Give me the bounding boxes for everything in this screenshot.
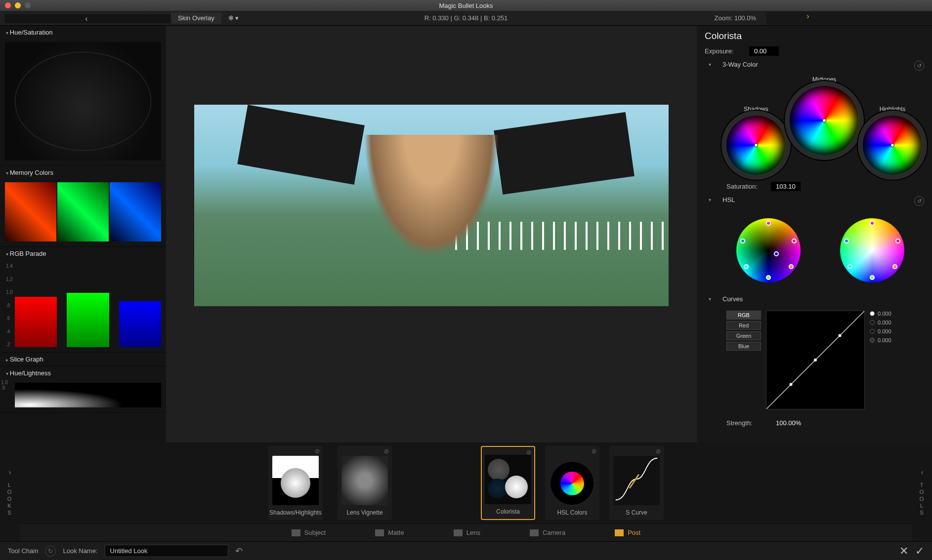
scope-memory-colors-header[interactable]: Memory Colors bbox=[0, 166, 166, 179]
close-icon[interactable] bbox=[5, 2, 11, 8]
remove-tool-icon[interactable]: ⊘ bbox=[592, 448, 596, 455]
tool-s-curve[interactable]: ⊘ S Curve bbox=[609, 446, 664, 520]
tool-chain-refresh-button[interactable]: ↻ bbox=[45, 546, 56, 557]
scope-slice-graph-header[interactable]: Slice Graph bbox=[0, 353, 166, 366]
saturation-label: Saturation: bbox=[726, 183, 771, 190]
remove-tool-icon[interactable]: ⊘ bbox=[384, 448, 389, 455]
shadows-highlights-icon bbox=[272, 456, 319, 505]
hsl-colors-icon bbox=[551, 462, 594, 505]
midtones-wheel[interactable] bbox=[790, 86, 859, 155]
subject-icon bbox=[292, 529, 300, 536]
tool-hsl-colors[interactable]: ⊘ HSL Colors bbox=[545, 446, 599, 520]
stage-tabs: Subject Matte Lens Camera Post bbox=[20, 523, 912, 541]
tool-lens-vignette[interactable]: ⊘ Lens Vignette bbox=[338, 446, 392, 520]
tools-drawer-button[interactable]: ‹ TOOLS bbox=[912, 442, 932, 541]
gear-icon[interactable]: ✻ ▾ bbox=[228, 14, 239, 22]
curve-rgb-button[interactable]: RGB bbox=[726, 311, 761, 320]
hsl-label: HSL bbox=[722, 196, 932, 203]
matte-icon bbox=[375, 529, 384, 536]
undo-button[interactable]: ↶ bbox=[235, 546, 243, 557]
saturation-value[interactable]: 103.10 bbox=[771, 182, 801, 191]
post-icon bbox=[615, 529, 624, 536]
control-title: Colorista bbox=[697, 26, 932, 44]
controls-collapse-icon[interactable]: › bbox=[766, 12, 927, 25]
curves-disclosure-icon[interactable]: ▾ bbox=[709, 296, 711, 302]
shadows-wheel-label: Shadows bbox=[726, 106, 786, 113]
midtones-wheel-label: Midtones bbox=[790, 76, 859, 83]
controls-panel: Colorista Exposure: 0.00 ▾ 3-Way Color ↺… bbox=[697, 26, 932, 442]
lens-icon bbox=[454, 529, 463, 536]
hsl-disclosure-icon[interactable]: ▾ bbox=[709, 197, 711, 202]
tool-colorista[interactable]: ⊘ Colorista bbox=[481, 446, 535, 520]
scopes-collapse-icon[interactable]: ‹ bbox=[5, 14, 171, 23]
window-traffic-lights bbox=[5, 2, 31, 8]
exposure-value[interactable]: 0.00 bbox=[749, 46, 779, 56]
tool-chain-label[interactable]: Tool Chain bbox=[8, 547, 38, 555]
svg-point-3 bbox=[839, 334, 842, 337]
memory-colors-display bbox=[5, 182, 161, 241]
s-curve-icon bbox=[613, 456, 660, 505]
highlights-wheel-label: Highlights bbox=[863, 106, 922, 113]
stage-matte[interactable]: Matte bbox=[365, 527, 414, 538]
stage-lens[interactable]: Lens bbox=[444, 527, 490, 538]
controls-panel-title: CONTROLS › bbox=[766, 12, 932, 25]
curves-group: ▾ Curves bbox=[697, 292, 932, 308]
rgb-readout: R: 0.330 | G: 0.348 | B: 0.251 bbox=[424, 14, 508, 22]
hsl-hue-wheel[interactable] bbox=[736, 218, 801, 282]
preview-image[interactable] bbox=[194, 105, 669, 306]
curve-blue-button[interactable]: Blue bbox=[726, 342, 761, 351]
camera-icon bbox=[530, 529, 539, 536]
stage-camera[interactable]: Camera bbox=[520, 527, 575, 538]
cancel-button[interactable]: ✕ bbox=[899, 545, 908, 558]
app-title: Magic Bullet Looks bbox=[439, 2, 493, 9]
strength-label: Strength: bbox=[726, 419, 771, 427]
minimize-icon[interactable] bbox=[15, 2, 21, 8]
apply-button[interactable]: ✓ bbox=[915, 545, 924, 558]
hsl-group: ▾ HSL ↺ bbox=[697, 193, 932, 208]
vignette-icon bbox=[341, 456, 388, 505]
remove-tool-icon[interactable]: ⊘ bbox=[315, 448, 320, 455]
maximize-icon[interactable] bbox=[25, 2, 31, 8]
curves-label: Curves bbox=[722, 295, 932, 303]
threeway-group: ▾ 3-Way Color ↺ bbox=[697, 58, 932, 73]
scopes-panel: Hue/Saturation Memory Colors RGB Parade … bbox=[0, 26, 166, 442]
looks-drawer-button[interactable]: › LOOKS bbox=[0, 442, 20, 541]
highlights-wheel[interactable] bbox=[863, 116, 922, 175]
skin-overlay-button[interactable]: Skin Overlay bbox=[171, 12, 221, 24]
svg-point-2 bbox=[814, 359, 817, 361]
strength-value[interactable]: 100.00% bbox=[771, 418, 806, 428]
rgb-parade-display: 1.4 1.2 1.0 .8 .6 .4 .2 bbox=[5, 263, 161, 347]
svg-point-1 bbox=[790, 383, 793, 386]
look-name-label: Look Name: bbox=[63, 547, 97, 555]
curve-red-button[interactable]: Red bbox=[726, 321, 761, 330]
threeway-disclosure-icon[interactable]: ▾ bbox=[709, 62, 711, 67]
hsl-sat-wheel[interactable] bbox=[840, 218, 904, 282]
parade-axis: 1.4 1.2 1.0 .8 .6 .4 .2 bbox=[6, 263, 13, 347]
hue-lightness-display bbox=[15, 383, 161, 407]
header-mid: Skin Overlay ✻ ▾ R: 0.330 | G: 0.348 | B… bbox=[166, 12, 766, 24]
scopes-panel-title: ‹ SCOPES bbox=[0, 14, 166, 22]
preview-area bbox=[166, 26, 697, 442]
scope-hue-saturation-header[interactable]: Hue/Saturation bbox=[0, 26, 166, 39]
tool-dock: › LOOKS ⊘ Shadows/Highlights ⊘ Lens Vign… bbox=[0, 442, 932, 541]
shadows-wheel[interactable] bbox=[726, 116, 786, 175]
app-header: ‹ SCOPES Skin Overlay ✻ ▾ R: 0.330 | G: … bbox=[0, 11, 932, 26]
curve-point-values: 0.000 0.000 0.000 0.000 bbox=[870, 311, 891, 409]
stage-post[interactable]: Post bbox=[605, 527, 650, 538]
hsl-reset-button[interactable]: ↺ bbox=[914, 196, 924, 206]
curves-editor[interactable] bbox=[766, 311, 865, 409]
scope-hue-lightness-header[interactable]: Hue/Lightness bbox=[0, 366, 166, 380]
tool-shadows-highlights[interactable]: ⊘ Shadows/Highlights bbox=[268, 446, 323, 520]
scope-rgb-parade-header[interactable]: RGB Parade bbox=[0, 247, 166, 260]
zoom-readout[interactable]: Zoom: 100.0% bbox=[714, 14, 756, 22]
threeway-reset-button[interactable]: ↺ bbox=[914, 61, 924, 71]
chevron-left-icon: ‹ bbox=[921, 468, 924, 476]
remove-tool-icon[interactable]: ⊘ bbox=[656, 448, 661, 455]
look-name-input[interactable] bbox=[105, 545, 228, 557]
footer-bar: Tool Chain ↻ Look Name: ↶ ✕ ✓ bbox=[0, 541, 932, 560]
exposure-label: Exposure: bbox=[705, 47, 749, 55]
curve-green-button[interactable]: Green bbox=[726, 331, 761, 340]
chevron-right-icon: › bbox=[9, 468, 11, 476]
stage-subject[interactable]: Subject bbox=[282, 527, 336, 538]
threeway-label: 3-Way Color bbox=[722, 61, 932, 68]
